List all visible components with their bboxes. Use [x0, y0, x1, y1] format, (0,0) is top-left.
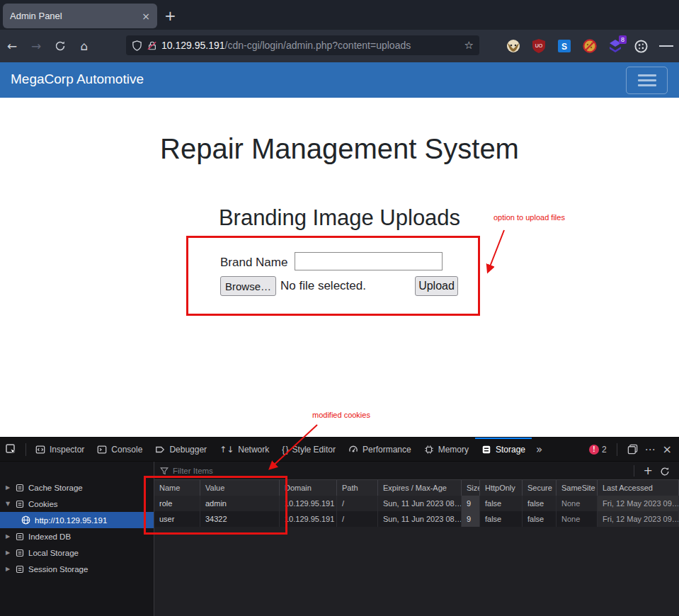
globe-icon: [21, 515, 30, 525]
cookie-blocker-icon[interactable]: [583, 39, 597, 53]
col-secure[interactable]: Secure: [523, 480, 557, 496]
page-title: Repair Management System: [0, 133, 679, 165]
back-button[interactable]: ←: [0, 39, 24, 53]
storage-icon: [481, 445, 491, 455]
menu-icon[interactable]: [659, 39, 673, 53]
tab-network[interactable]: ↑↓ Network: [213, 438, 275, 461]
cookies-annotation: modified cookies: [312, 411, 370, 419]
sidebar-item-session-storage[interactable]: ▶ Session Storage: [0, 561, 154, 577]
console-icon: [97, 445, 107, 455]
devtools-panel: Inspector Console Debugger ↑↓ Network { …: [0, 437, 679, 616]
style-editor-icon: { }: [282, 445, 287, 455]
sidebar-item-local-storage[interactable]: ▶ Local Storage: [0, 544, 154, 561]
url-path: /cdn-cgi/login/admin.php?content=uploads: [225, 40, 411, 51]
tab-performance[interactable]: Performance: [342, 438, 418, 461]
caret-down-icon[interactable]: ▼: [6, 501, 11, 507]
foxyproxy-icon[interactable]: [506, 39, 520, 53]
storage-type-icon: [16, 484, 24, 492]
storage-type-icon: [16, 500, 24, 508]
col-httponly[interactable]: HttpOnly: [480, 480, 523, 496]
s-extension-icon[interactable]: S: [557, 39, 571, 53]
site-navbar: MegaCorp Automotive: [0, 62, 679, 98]
error-badge[interactable]: ! 2: [589, 445, 607, 455]
wappalyzer-icon[interactable]: 8: [608, 39, 622, 53]
tab-debugger[interactable]: Debugger: [149, 438, 213, 461]
col-samesite[interactable]: SameSite: [557, 480, 598, 496]
url-text: 10.129.95.191/cdn-cgi/login/admin.php?co…: [161, 40, 462, 51]
tab-storage[interactable]: Storage: [475, 438, 532, 461]
navbar-toggler-button[interactable]: [626, 67, 668, 94]
no-file-text: No file selected.: [280, 279, 366, 293]
insecure-lock-icon[interactable]: [147, 40, 157, 51]
section-title: Branding Image Uploads: [0, 205, 679, 231]
split-console-icon[interactable]: [627, 444, 638, 455]
memory-icon: [424, 445, 434, 455]
more-tabs-icon[interactable]: »: [532, 443, 547, 456]
devtools-toolbar: Inspector Console Debugger ↑↓ Network { …: [0, 438, 679, 462]
wappalyzer-badge: 8: [619, 35, 627, 44]
performance-icon: [348, 445, 358, 455]
tab-memory[interactable]: Memory: [418, 438, 475, 461]
storage-type-icon: [16, 532, 24, 541]
sidebar-item-cookies[interactable]: ▼ Cookies: [0, 496, 154, 512]
caret-right-icon[interactable]: ▶: [6, 484, 11, 491]
inspector-icon: [35, 445, 45, 455]
svg-text:S: S: [561, 42, 567, 52]
caret-right-icon[interactable]: ▶: [6, 549, 11, 556]
shield-icon[interactable]: [132, 40, 142, 51]
upload-button[interactable]: Upload: [415, 276, 458, 296]
error-icon: !: [589, 445, 599, 455]
col-size[interactable]: Size: [462, 480, 480, 496]
ublock-origin-icon[interactable]: UO: [532, 39, 546, 53]
add-item-icon[interactable]: +: [640, 464, 656, 477]
filter-icon: [160, 467, 169, 475]
pick-element-icon[interactable]: [0, 444, 23, 455]
browse-button[interactable]: Browse…: [220, 276, 276, 296]
home-button[interactable]: ⌂: [72, 39, 96, 53]
extension-area: UO S 8: [506, 30, 673, 62]
devtools-menu-icon[interactable]: ⋯: [645, 443, 656, 456]
tab-strip: Admin Panel × +: [0, 0, 679, 30]
sidebar-item-indexed-db[interactable]: ▶ Indexed DB: [0, 528, 154, 544]
network-icon: ↑↓: [219, 445, 234, 455]
col-last-accessed[interactable]: Last Accessed: [598, 480, 679, 496]
error-count: 2: [602, 445, 607, 455]
tab-close-icon[interactable]: ×: [142, 11, 150, 22]
reload-button[interactable]: [48, 40, 72, 52]
tab-style-editor[interactable]: { } Style Editor: [275, 438, 342, 461]
storage-type-icon: [16, 549, 24, 557]
filter-items-input[interactable]: Filter Items: [173, 467, 628, 475]
devtools-close-icon[interactable]: ×: [663, 443, 672, 456]
storage-sidebar: ▶ Cache Storage ▼ Cookies http://10.129.…: [0, 462, 154, 616]
url-domain: 10.129.95.191: [161, 40, 225, 51]
caret-right-icon[interactable]: ▶: [6, 566, 11, 572]
url-bar[interactable]: 10.129.95.191/cdn-cgi/login/admin.php?co…: [126, 35, 479, 55]
col-path[interactable]: Path: [337, 480, 378, 496]
caret-right-icon[interactable]: ▶: [6, 533, 11, 540]
sidebar-item-cookie-host[interactable]: http://10.129.95.191: [0, 512, 154, 528]
tab-title: Admin Panel: [10, 11, 142, 21]
brand-name-label: Brand Name: [220, 256, 287, 270]
col-expires[interactable]: Expires / Max-Age: [378, 480, 462, 496]
bookmark-star-icon[interactable]: ☆: [464, 39, 474, 52]
cookies-highlight-box: [144, 476, 287, 535]
tab-inspector[interactable]: Inspector: [29, 438, 91, 461]
cookie-manager-icon[interactable]: [634, 39, 648, 53]
browser-window: Admin Panel × + ← → ⌂ 10.129.95.191/cdn-…: [0, 0, 679, 616]
page-content: Repair Management System Branding Image …: [0, 98, 679, 437]
brand-link[interactable]: MegaCorp Automotive: [11, 72, 144, 87]
new-tab-button[interactable]: +: [164, 6, 176, 25]
sidebar-item-cache-storage[interactable]: ▶ Cache Storage: [0, 479, 154, 496]
debugger-icon: [155, 445, 165, 455]
col-domain[interactable]: Domain: [280, 480, 337, 496]
refresh-items-icon[interactable]: [656, 464, 673, 477]
browser-tab[interactable]: Admin Panel ×: [3, 4, 157, 28]
upload-annotation: option to upload files: [493, 213, 565, 222]
tab-console[interactable]: Console: [91, 438, 149, 461]
svg-text:UO: UO: [535, 43, 543, 48]
storage-type-icon: [16, 565, 24, 574]
brand-name-input[interactable]: [295, 252, 443, 270]
forward-button[interactable]: →: [24, 39, 48, 53]
